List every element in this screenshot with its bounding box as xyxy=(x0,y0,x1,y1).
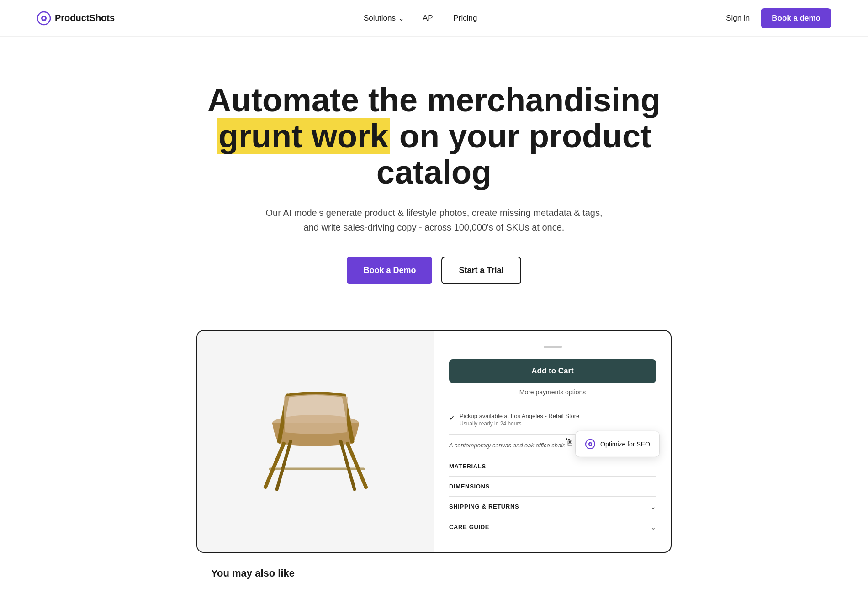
hero-title-line1: Automate the merchandising xyxy=(207,82,661,118)
logo-text: ProductShots xyxy=(55,13,115,23)
hero-section: Automate the merchandising grunt work on… xyxy=(160,37,708,312)
book-demo-hero-button[interactable]: Book a Demo xyxy=(347,257,432,284)
hero-title-line2: on your product catalog xyxy=(376,118,651,190)
svg-line-7 xyxy=(341,441,355,489)
optimize-tooltip[interactable]: Optimize for SEO xyxy=(575,430,660,457)
optimize-icon xyxy=(585,438,596,449)
checkmark-icon: ✓ xyxy=(449,414,455,422)
main-nav: Solutions ⌄ API Pricing xyxy=(364,13,477,23)
chevron-down-icon: ⌄ xyxy=(398,13,404,23)
pickup-info: ✓ Pickup available at Los Angeles - Reta… xyxy=(449,413,656,427)
chevron-down-icon: ⌄ xyxy=(651,524,656,531)
pickup-title: Pickup available at Los Angeles - Retail… xyxy=(460,413,579,419)
scroll-indicator xyxy=(544,346,562,348)
hero-title-highlight: grunt work xyxy=(217,118,390,154)
you-may-also-label: You may also like xyxy=(196,553,672,594)
chair-svg xyxy=(238,378,393,505)
demo-section: Add to Cart More payments options ✓ Pick… xyxy=(160,330,708,594)
sign-in-button[interactable]: Sign in xyxy=(726,14,750,23)
product-image-area xyxy=(197,331,434,552)
svg-line-6 xyxy=(277,441,291,489)
accordion-care[interactable]: CARE GUIDE ⌄ xyxy=(449,517,656,537)
hero-subtitle: Our AI models generate product & lifesty… xyxy=(196,205,672,235)
logo[interactable]: ProductShots xyxy=(37,11,115,26)
shipping-label: SHIPPING & RETURNS xyxy=(449,503,519,510)
accordion-materials[interactable]: MATERIALS xyxy=(449,456,656,476)
pickup-subtitle: Usually ready in 24 hours xyxy=(460,420,579,427)
add-to-cart-button[interactable]: Add to Cart xyxy=(449,359,656,383)
product-info-area: Add to Cart More payments options ✓ Pick… xyxy=(434,331,671,552)
materials-label: MATERIALS xyxy=(449,463,486,470)
svg-point-2 xyxy=(43,17,45,19)
accordion-shipping[interactable]: SHIPPING & RETURNS ⌄ xyxy=(449,496,656,517)
hero-buttons: Book a Demo Start a Trial xyxy=(196,257,672,284)
start-trial-button[interactable]: Start a Trial xyxy=(441,257,521,284)
care-label: CARE GUIDE xyxy=(449,524,489,530)
demo-card: Add to Cart More payments options ✓ Pick… xyxy=(196,330,672,553)
nav-pricing[interactable]: Pricing xyxy=(453,14,477,23)
hero-title: Automate the merchandising grunt work on… xyxy=(196,82,672,191)
divider-1 xyxy=(449,405,656,405)
accordion-dimensions[interactable]: DIMENSIONS xyxy=(449,476,656,496)
header-actions: Sign in Book a demo xyxy=(726,8,831,28)
chevron-down-icon: ⌄ xyxy=(651,503,656,510)
nav-solutions[interactable]: Solutions ⌄ xyxy=(364,13,404,23)
dimensions-label: DIMENSIONS xyxy=(449,483,490,490)
book-demo-header-button[interactable]: Book a demo xyxy=(761,8,831,28)
svg-point-13 xyxy=(590,443,591,445)
more-payments-link[interactable]: More payments options xyxy=(449,388,656,396)
header: ProductShots Solutions ⌄ API Pricing Sig… xyxy=(0,0,868,37)
nav-api[interactable]: API xyxy=(423,14,435,23)
optimize-label: Optimize for SEO xyxy=(600,440,650,447)
logo-icon xyxy=(37,11,51,26)
